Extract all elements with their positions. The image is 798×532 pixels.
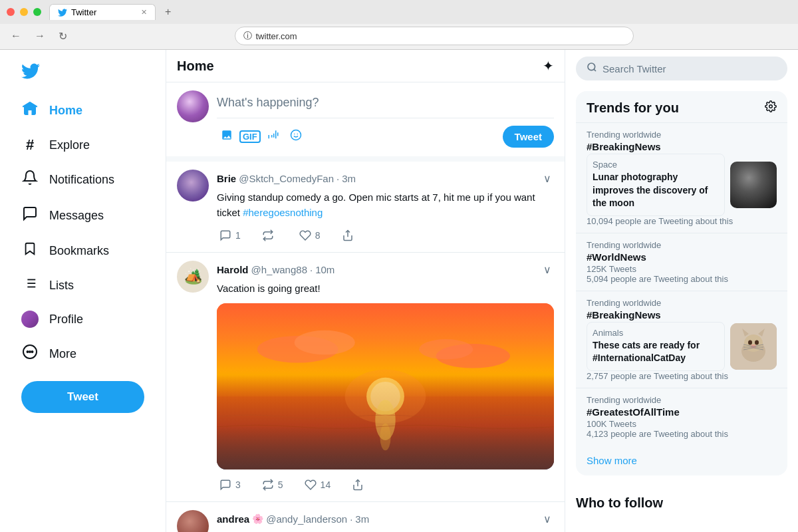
- trends-title: Trends for you: [587, 100, 679, 116]
- trend-category: Trending worldwide: [587, 240, 777, 250]
- sidebar-item-notifications[interactable]: Notifications: [13, 163, 152, 196]
- trend-item[interactable]: Trending worldwide #BreakingNews Animals…: [576, 291, 787, 388]
- trend-count: 4,123 people are Tweeting about this: [587, 429, 777, 439]
- profile-avatar-sidebar: [21, 311, 39, 328]
- tweet-card[interactable]: Brie @Sktch_ComedyFan · 3m ∨ Giving stan…: [166, 162, 565, 253]
- reply-icon: [219, 479, 231, 491]
- messages-icon: [21, 205, 39, 225]
- reply-icon: [219, 229, 231, 241]
- tweet-button[interactable]: Tweet: [21, 381, 144, 413]
- url-bar[interactable]: ⓘ twitter.com: [235, 27, 634, 45]
- reload-button[interactable]: ↻: [55, 29, 71, 44]
- tweet-image-sunset: [217, 303, 554, 469]
- trend-category: Trending worldwide: [587, 395, 777, 405]
- trend-tweet-count: 125K Tweets: [587, 264, 777, 274]
- trend-count: 5,094 people are Tweeting about this: [587, 274, 777, 284]
- compose-placeholder[interactable]: What's happening?: [217, 90, 554, 118]
- sidebar-item-more[interactable]: More: [13, 337, 152, 370]
- tweet-options-button[interactable]: ∨: [541, 261, 554, 279]
- sidebar-item-messages[interactable]: Messages: [13, 199, 152, 232]
- like-action[interactable]: 14: [302, 476, 334, 493]
- bell-icon: [21, 170, 39, 190]
- tweet-meta-left: Harold @h_wang88 · 10m: [217, 264, 334, 275]
- image-upload-icon[interactable]: [217, 125, 237, 148]
- like-action[interactable]: 8: [297, 227, 323, 244]
- svg-point-8: [29, 351, 31, 352]
- search-input[interactable]: [602, 63, 777, 74]
- trend-item[interactable]: Trending worldwide #WorldNews 125K Tweet…: [576, 233, 787, 291]
- tweet-time-value: 10m: [315, 264, 334, 275]
- twitter-logo[interactable]: [13, 57, 152, 88]
- sidebar-more-label: More: [49, 347, 76, 361]
- trend-cat-thumbnail: [730, 323, 777, 370]
- svg-point-26: [588, 63, 595, 70]
- share-action[interactable]: [349, 476, 366, 493]
- feed-title: Home: [177, 59, 214, 74]
- browser-tab[interactable]: Twitter ✕: [49, 4, 156, 20]
- browser-dot-yellow[interactable]: [20, 8, 28, 16]
- gear-icon[interactable]: [765, 100, 777, 116]
- browser-top-bar: Twitter ✕ +: [0, 0, 798, 24]
- share-action[interactable]: [339, 227, 356, 244]
- feed-header: Home ✦: [166, 50, 565, 82]
- sparkle-icon[interactable]: ✦: [543, 58, 554, 74]
- reply-action[interactable]: 1: [217, 227, 243, 244]
- sidebar-item-bookmarks[interactable]: Bookmarks: [13, 235, 152, 267]
- emoji-icon[interactable]: [286, 125, 306, 148]
- sidebar-messages-label: Messages: [49, 209, 104, 223]
- tweet-time: ·: [350, 513, 352, 525]
- browser-dot-red[interactable]: [7, 8, 15, 16]
- tweet-author-handle: @andy_landerson: [266, 513, 347, 525]
- tweet-hashtag[interactable]: #heregoesnothing: [243, 207, 323, 218]
- tweet-meta: andrea 🌸 @andy_landerson · 3m ∨: [217, 510, 554, 528]
- sidebar-item-home[interactable]: Home: [13, 94, 152, 127]
- trend-hashtag: #BreakingNews: [587, 141, 777, 152]
- tweet-options-button[interactable]: ∨: [541, 170, 554, 188]
- gif-icon[interactable]: GIF: [239, 130, 261, 143]
- trend-sub-category: Animals: [593, 328, 719, 338]
- sunset-svg: [217, 303, 554, 469]
- cat-svg: [730, 323, 777, 370]
- search-bar[interactable]: [576, 57, 787, 80]
- compose-tweet-button[interactable]: Tweet: [503, 126, 554, 148]
- tweet-time-value: 3m: [342, 173, 356, 184]
- tab-twitter-icon: [58, 8, 67, 17]
- new-tab-button[interactable]: +: [161, 5, 175, 19]
- lists-icon: [21, 276, 39, 295]
- trend-sub-category: Space: [593, 160, 719, 170]
- tweet-text: Giving standup comedy a go. Open mic sta…: [217, 190, 554, 220]
- tweet-meta-left: Brie @Sktch_ComedyFan · 3m: [217, 173, 356, 184]
- tweet-card[interactable]: andrea 🌸 @andy_landerson · 3m ∨ How many…: [166, 502, 565, 533]
- trend-item[interactable]: Trending worldwide #GreatestOfAllTime 10…: [576, 388, 787, 446]
- svg-line-27: [594, 69, 596, 71]
- trend-item[interactable]: Trending worldwide #BreakingNews Space L…: [576, 122, 787, 233]
- retweet-action[interactable]: 5: [259, 476, 286, 493]
- tweet-compose: What's happening? GIF Tweet: [166, 82, 565, 162]
- svg-point-20: [295, 330, 355, 354]
- reply-action[interactable]: 3: [217, 476, 243, 493]
- back-button[interactable]: ←: [7, 29, 25, 43]
- retweet-action[interactable]: [259, 227, 281, 244]
- tweet-author-handle: @h_wang88: [251, 264, 307, 275]
- trend-hashtag: #WorldNews: [587, 251, 777, 263]
- sidebar-item-explore[interactable]: # Explore: [13, 130, 152, 160]
- tab-close-icon[interactable]: ✕: [141, 8, 147, 17]
- sidebar-item-profile[interactable]: Profile: [13, 304, 152, 334]
- trend-count: 10,094 people are Tweeting about this: [587, 216, 777, 226]
- browser-address-bar: ← → ↻ ⓘ twitter.com: [0, 24, 798, 49]
- tweet-actions: 3 5 14: [217, 476, 554, 493]
- tweet-header: andrea 🌸 @andy_landerson · 3m ∨ How many…: [177, 510, 554, 533]
- tweet-options-button[interactable]: ∨: [541, 510, 554, 528]
- poll-icon[interactable]: [263, 125, 283, 148]
- forward-button[interactable]: →: [31, 29, 49, 43]
- svg-point-34: [748, 340, 752, 344]
- browser-dot-green[interactable]: [33, 8, 41, 16]
- trend-category: Trending worldwide: [587, 298, 777, 308]
- trend-with-image: Animals These cats are ready for #Intern…: [587, 322, 777, 371]
- tweet-content: Harold @h_wang88 · 10m ∨ Vacation is goi…: [217, 261, 554, 493]
- sidebar-item-lists[interactable]: Lists: [13, 269, 152, 301]
- tweet-card[interactable]: 🏕️ Harold @h_wang88 · 10m ∨ Vacation is …: [166, 253, 565, 502]
- svg-point-10: [291, 130, 301, 140]
- show-more-link[interactable]: Show more: [576, 446, 787, 475]
- sidebar-lists-label: Lists: [49, 279, 74, 293]
